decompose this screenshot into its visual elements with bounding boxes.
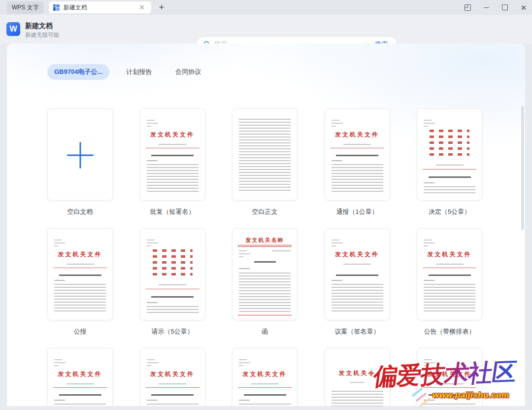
template-jueding[interactable]: 决定（5公章） — [417, 108, 482, 216]
scrollbar-thumb[interactable] — [521, 106, 524, 230]
template-label: 请示（5公章） — [140, 327, 205, 336]
doc-thumbnail — [417, 109, 482, 200]
doc-thumbnail: 发文机关文件 — [48, 229, 112, 320]
template-label: 空白正文 — [232, 207, 298, 216]
template-gongbao[interactable]: 发文机关文件 公报 — [47, 228, 113, 336]
template-card[interactable]: 发文机关令 — [325, 348, 390, 406]
template-label: 批复（短署名） — [140, 207, 205, 216]
doc-thumbnail: 发文机关文件 — [140, 109, 205, 200]
template-label: 公告（带横排表） — [417, 327, 482, 336]
page-subtitle: 新建无限可能 — [25, 32, 59, 39]
template-card[interactable]: 发文机关文件 — [140, 348, 205, 406]
plus-icon — [67, 142, 94, 169]
template-label: 议案（签名章） — [325, 327, 390, 336]
template-label: 函 — [232, 327, 298, 336]
template-blank-doc[interactable]: 空白文档 — [47, 108, 113, 216]
template-panel: GB9704电子公... 计划报告 合同协议 空白文档 发文机关文件 批复（短署… — [7, 43, 525, 406]
tab-layout-icon[interactable] — [464, 4, 471, 11]
minimize-icon[interactable] — [483, 4, 490, 11]
template-gonggao[interactable]: 发文机关文件 公告（带横排表） — [417, 228, 482, 336]
doc-thumbnail: 发文机关文件 — [325, 109, 390, 200]
filter-chips: GB9704电子公... 计划报告 合同协议 — [47, 64, 208, 80]
window-controls: ✕ — [464, 0, 527, 15]
header: W 新建文档 新建无限可能 搜索 搜索 — [0, 15, 532, 43]
filter-chip-contract[interactable]: 合同协议 — [168, 64, 208, 80]
doc-thumbnail: 发文机关令 — [325, 348, 390, 406]
maximize-icon[interactable] — [501, 4, 508, 11]
close-icon[interactable]: ✕ — [520, 4, 527, 11]
template-label: 决定（5公章） — [417, 207, 482, 216]
template-card[interactable]: 发文机关文件 — [417, 348, 482, 406]
template-han[interactable]: 发文机关名称 函 — [232, 228, 298, 336]
template-qingshi[interactable]: 请示（5公章） — [140, 228, 205, 336]
doc-thumbnail: 发文机关文件 — [48, 348, 112, 406]
doc-thumbnail: 发文机关文件 — [417, 348, 482, 406]
template-label: 通报（1公章） — [325, 207, 390, 216]
template-card[interactable]: 发文机关文件 — [232, 348, 298, 406]
doc-thumbnail: 发文机关文件 — [140, 348, 205, 406]
filter-chip-gb9704[interactable]: GB9704电子公... — [47, 64, 109, 80]
tab-close-icon[interactable]: ✕ — [137, 3, 147, 12]
doc-thumbnail — [140, 229, 205, 320]
doc-thumbnail — [233, 109, 297, 200]
template-card[interactable]: 发文机关文件 — [47, 348, 113, 406]
tab-title: 新建文档 — [64, 3, 137, 12]
app-menu-button[interactable]: WPS 文字 — [7, 1, 44, 14]
doc-thumbnail: 发文机关文件 — [417, 229, 482, 320]
template-row: 发文机关文件 公报 请示（5公章） 发文机关名称 — [47, 228, 482, 336]
doc-thumbnail: 发文机关文件 — [325, 229, 390, 320]
template-tongbao[interactable]: 发文机关文件 通报（1公章） — [325, 108, 390, 216]
filter-chip-plan-report[interactable]: 计划报告 — [119, 64, 159, 80]
doc-thumbnail: 发文机关名称 — [233, 229, 297, 320]
template-label: 公报 — [47, 327, 113, 336]
doc-thumbnail: 发文机关文件 — [233, 348, 297, 406]
page-title: 新建文档 — [25, 22, 53, 31]
template-row: 空白文档 发文机关文件 批复（短署名） 空白正文 发文机关文件 — [47, 108, 482, 216]
template-row: 发文机关文件 发文机关文件 发文机关文件 — [47, 348, 482, 406]
new-tab-button[interactable]: + — [157, 3, 166, 12]
wps-writer-logo: W — [6, 22, 20, 36]
wps-grid-icon — [53, 4, 60, 11]
tab-new-document[interactable]: 新建文档 ✕ — [49, 1, 151, 13]
tab-bar: WPS 文字 新建文档 ✕ + ✕ — [0, 0, 532, 15]
template-label: 空白文档 — [47, 207, 113, 216]
template-blank-body[interactable]: 空白正文 — [232, 108, 298, 216]
template-yian[interactable]: 发文机关文件 议案（签名章） — [325, 228, 390, 336]
template-pifu[interactable]: 发文机关文件 批复（短署名） — [140, 108, 205, 216]
